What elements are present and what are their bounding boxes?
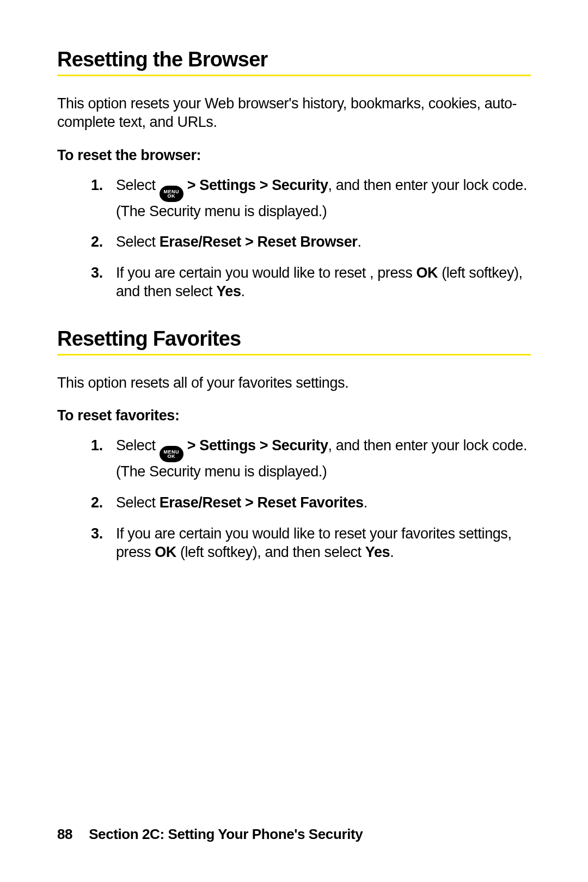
icon-text-ok: OK [168,454,176,459]
heading-rule [57,354,531,356]
subhead-reset-browser: To reset the browser: [57,147,531,164]
subhead-reset-favorites: To reset favorites: [57,407,531,424]
heading-rule [57,75,531,76]
step-item: Select Erase/Reset > Reset Browser. [57,232,531,252]
step-item: Select MENUOK > Settings > Security, and… [57,436,531,481]
intro-text: This option resets your Web browser's hi… [57,95,531,132]
step-text: (left softkey), and then select [176,544,365,560]
heading-resetting-browser: Resetting the Browser [57,48,531,71]
intro-text: This option resets all of your favorites… [57,374,531,393]
steps-reset-favorites: Select MENUOK > Settings > Security, and… [57,436,531,561]
heading-resetting-favorites: Resetting Favorites [57,327,531,351]
page-number: 88 [57,826,72,842]
key-label: OK [416,265,438,281]
step-item: If you are certain you would like to res… [57,264,531,301]
section-title: Section 2C: Setting Your Phone's Securit… [89,826,363,842]
menu-path: Erase/Reset > Reset Browser [160,234,358,250]
nav-path: > Settings > Security [183,177,328,193]
: Yes [365,544,390,560]
option-label: Yes [216,283,241,299]
page-footer: 88Section 2C: Setting Your Phone's Secur… [57,826,363,843]
steps-reset-browser: Select MENUOK > Settings > Security, and… [57,176,531,301]
step-item: Select Erase/Reset > Reset Favorites. [57,493,531,512]
step-item: If you are certain you would like to res… [57,524,531,562]
nav-path: > Settings > Security [183,437,328,454]
step-text: . [241,283,245,299]
menu-ok-icon: MENUOK [160,186,183,202]
step-text: Select [116,234,160,250]
step-item: Select MENUOK > Settings > Security, and… [57,176,531,221]
menu-ok-icon: MENUOK [160,446,183,462]
icon-text-ok: OK [168,194,176,199]
key-label: OK [155,544,176,560]
manual-page: Resetting the Browser This option resets… [0,0,588,882]
step-text: . [357,234,361,250]
step-text: If you are certain you would like to res… [116,265,416,281]
step-text: . [364,494,367,511]
step-text: Select [116,437,160,454]
menu-path: Erase/Reset > Reset Favorites [160,494,364,511]
step-text: . [390,544,394,560]
step-text: Select [116,494,160,511]
step-text: Select [116,177,160,193]
